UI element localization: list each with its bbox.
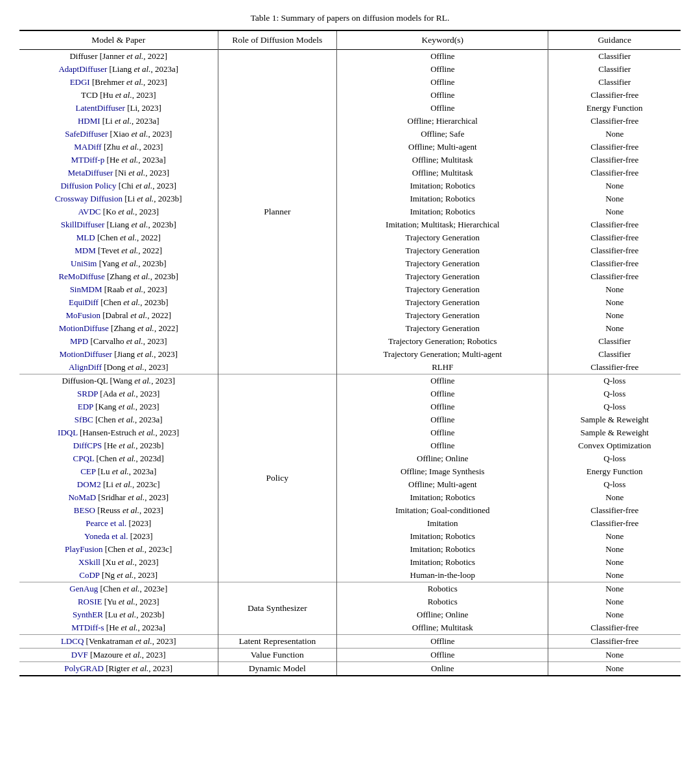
table-row-keywords: Imitation; Robotics xyxy=(337,192,548,205)
table-row-guidance: None xyxy=(548,205,681,218)
table-row-model: EDP [Kang et al., 2023] xyxy=(19,400,218,413)
table-row-keywords: Trajectory Generation xyxy=(337,231,548,244)
table-row-guidance: Q-loss xyxy=(548,452,681,465)
table-row-model: ReMoDiffuse [Zhang et al., 2023b] xyxy=(19,270,218,283)
table-row-keywords: Imitation xyxy=(337,517,548,530)
table-row-guidance: Classifier-free xyxy=(548,257,681,270)
table-row-model: SynthER [Lu et al., 2023b] xyxy=(19,608,218,621)
header-guidance: Guidance xyxy=(548,30,681,50)
table-row-keywords: Trajectory Generation; Robotics xyxy=(337,335,548,348)
table-row-guidance: Classifier-free xyxy=(548,141,681,154)
table-row-model: HDMI [Li et al., 2023a] xyxy=(19,115,218,128)
table-row-model: DiffCPS [He et al., 2023b] xyxy=(19,439,218,452)
table-row-keywords: RLHF xyxy=(337,361,548,374)
table-row-keywords: Offline; Image Synthesis xyxy=(337,465,548,478)
table-row-model: DVF [Mazoure et al., 2023] xyxy=(19,649,218,662)
table-row-keywords: Imitation; Robotics xyxy=(337,530,548,543)
table-row-model: XSkill [Xu et al., 2023] xyxy=(19,556,218,569)
table-row-keywords: Offline; Multitask xyxy=(337,154,548,167)
table-row-keywords: Offline xyxy=(337,374,548,388)
table-row-model: NoMaD [Sridhar et al., 2023] xyxy=(19,491,218,504)
table-row-guidance: Classifier-free xyxy=(548,89,681,102)
table-row-guidance: None xyxy=(548,179,681,192)
table-row-guidance: Q-loss xyxy=(548,478,681,491)
table-row-guidance: Sample & Reweight xyxy=(548,426,681,439)
table-row-guidance: Classifier xyxy=(548,50,681,63)
table-row-guidance: Classifier-free xyxy=(548,504,681,517)
header-role: Role of Diffusion Models xyxy=(218,30,337,50)
table-row-guidance: None xyxy=(548,608,681,621)
table-row-keywords: Imitation; Robotics xyxy=(337,556,548,569)
table-row-guidance: Q-loss xyxy=(548,387,681,400)
table-row-guidance: Classifier-free xyxy=(548,218,681,231)
table-row-model: CPQL [Chen et al., 2023d] xyxy=(19,452,218,465)
table-row-model: IDQL [Hansen-Estruch et al., 2023] xyxy=(19,426,218,439)
header-keywords: Keyword(s) xyxy=(337,30,548,50)
table-row-keywords: Offline xyxy=(337,426,548,439)
table-row-role: Dynamic Model xyxy=(218,662,337,676)
table-row-role: Latent Representation xyxy=(218,635,337,649)
table-row-model: MoFusion [Dabral et al., 2022] xyxy=(19,309,218,322)
table-row-keywords: Imitation; Goal-conditioned xyxy=(337,504,548,517)
table-row-guidance: Classifier-free xyxy=(548,517,681,530)
table-row-guidance: Sample & Reweight xyxy=(548,413,681,426)
table-row-keywords: Offline xyxy=(337,63,548,76)
table-row-role: Value Function xyxy=(218,649,337,662)
table-row-role: Data Synthesizer xyxy=(218,582,337,635)
table-row-guidance: None xyxy=(548,556,681,569)
table-row-guidance: Classifier xyxy=(548,76,681,89)
table-row-keywords: Offline xyxy=(337,649,548,662)
table-row-guidance: Convex Optimization xyxy=(548,439,681,452)
table-row-model: MTDiff-s [He et al., 2023a] xyxy=(19,621,218,635)
table-row-keywords: Imitation; Robotics xyxy=(337,543,548,556)
table-row-model: MotionDiffuse [Zhang et al., 2022] xyxy=(19,322,218,335)
table-row-guidance: Classifier-free xyxy=(548,115,681,128)
table-row-model: AVDC [Ko et al., 2023] xyxy=(19,205,218,218)
table-row-role: Planner xyxy=(218,50,337,374)
table-title: Table 1: Summary of papers on diffusion … xyxy=(19,13,681,23)
table-row-model: Diffusion-QL [Wang et al., 2023] xyxy=(19,374,218,388)
table-row-keywords: Offline xyxy=(337,413,548,426)
table-row-model: SinMDM [Raab et al., 2023] xyxy=(19,283,218,296)
table-row-model: MTDiff-p [He et al., 2023a] xyxy=(19,154,218,167)
table-row-keywords: Offline xyxy=(337,387,548,400)
table-row-model: UniSim [Yang et al., 2023b] xyxy=(19,257,218,270)
table-row-keywords: Offline; Online xyxy=(337,608,548,621)
table-row-guidance: None xyxy=(548,569,681,582)
table-row-keywords: Trajectory Generation xyxy=(337,257,548,270)
table-row-guidance: None xyxy=(548,491,681,504)
table-row-keywords: Offline xyxy=(337,635,548,649)
table-row-guidance: None xyxy=(548,322,681,335)
table-row-guidance: Q-loss xyxy=(548,374,681,388)
table-row-keywords: Imitation; Robotics xyxy=(337,491,548,504)
table-row-guidance: Classifier xyxy=(548,335,681,348)
table-row-guidance: None xyxy=(548,543,681,556)
table-row-guidance: None xyxy=(548,662,681,676)
table-row-keywords: Offline; Multi-agent xyxy=(337,141,548,154)
table-row-model: AlignDiff [Dong et al., 2023] xyxy=(19,361,218,374)
table-row-keywords: Offline xyxy=(337,50,548,63)
main-table: Model & Paper Role of Diffusion Models K… xyxy=(19,30,681,676)
table-row-model: ROSIE [Yu et al., 2023] xyxy=(19,595,218,608)
table-row-keywords: Trajectory Generation xyxy=(337,309,548,322)
table-row-model: Diffusion Policy [Chi et al., 2023] xyxy=(19,179,218,192)
table-row-guidance: Classifier-free xyxy=(548,154,681,167)
table-row-keywords: Offline; Safe xyxy=(337,128,548,141)
table-row-model: SfBC [Chen et al., 2023a] xyxy=(19,413,218,426)
table-row-guidance: Q-loss xyxy=(548,400,681,413)
table-row-guidance: Classifier-free xyxy=(548,231,681,244)
table-row-guidance: None xyxy=(548,192,681,205)
table-row-guidance: None xyxy=(548,530,681,543)
table-row-keywords: Imitation; Multitask; Hierarchical xyxy=(337,218,548,231)
table-row-guidance: Classifier xyxy=(548,63,681,76)
table-row-keywords: Offline; Online xyxy=(337,452,548,465)
table-row-keywords: Trajectory Generation xyxy=(337,283,548,296)
table-row-guidance: None xyxy=(548,128,681,141)
table-row-model: AdaptDiffuser [Liang et al., 2023a] xyxy=(19,63,218,76)
table-row-guidance: Classifier xyxy=(548,348,681,361)
table-row-keywords: Offline xyxy=(337,89,548,102)
table-row-model: EquiDiff [Chen et al., 2023b] xyxy=(19,296,218,309)
table-row-guidance: None xyxy=(548,309,681,322)
table-row-keywords: Trajectory Generation; Multi-agent xyxy=(337,348,548,361)
table-row-keywords: Trajectory Generation xyxy=(337,322,548,335)
